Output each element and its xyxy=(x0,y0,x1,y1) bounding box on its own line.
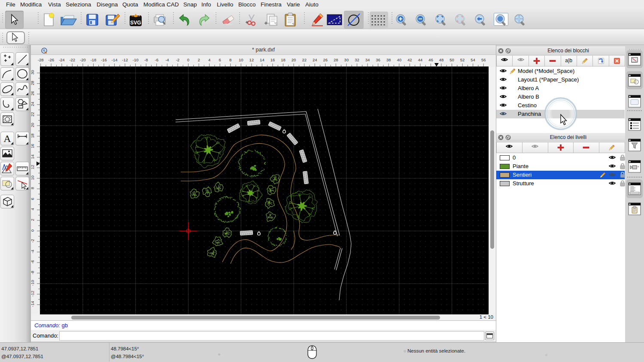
svg-text:A: A xyxy=(3,133,11,144)
svg-text:SVG: SVG xyxy=(130,20,141,26)
